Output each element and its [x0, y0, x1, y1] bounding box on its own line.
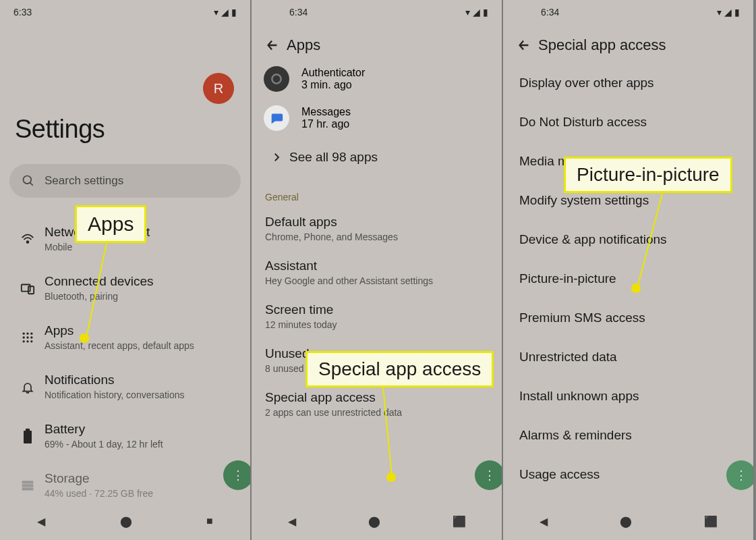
status-time: 6:33 — [13, 7, 211, 18]
bell-icon — [15, 379, 40, 394]
svg-point-13 — [30, 340, 32, 342]
svg-rect-18 — [22, 487, 34, 490]
item-premium-sms[interactable]: Premium SMS access — [503, 298, 753, 338]
item-special-app-access[interactable]: Special app access2 apps can use unrestr… — [252, 382, 502, 426]
header-title: Special app access — [538, 36, 666, 54]
svg-point-7 — [30, 332, 32, 334]
devices-icon — [15, 281, 40, 296]
svg-point-2 — [27, 241, 29, 243]
see-all-apps[interactable]: See all 98 apps — [252, 138, 502, 177]
fab-button[interactable]: ⋮ — [726, 460, 755, 490]
svg-rect-15 — [24, 431, 32, 443]
nav-overview[interactable]: ⬛ — [704, 515, 718, 528]
item-display-over-apps[interactable]: Display over other apps — [503, 63, 753, 103]
nav-home[interactable]: ⬤ — [368, 515, 380, 528]
section-general: General — [252, 177, 502, 207]
svg-rect-17 — [22, 484, 34, 487]
status-bar: 6:34 ▾◢▮ — [252, 0, 502, 24]
nav-home[interactable]: ⬤ — [620, 515, 632, 528]
item-unrestricted-data[interactable]: Unrestricted data — [503, 338, 753, 377]
nav-bar: ◀ ⬤ ⬛ — [503, 502, 753, 540]
highlight-dot — [80, 333, 89, 343]
avatar[interactable]: R — [203, 73, 234, 104]
nav-back[interactable]: ◀ — [37, 515, 45, 528]
recent-app-messages[interactable]: Messages17 hr. ago — [252, 99, 502, 138]
svg-point-8 — [23, 336, 25, 338]
item-screen-time[interactable]: Screen time12 minutes today — [252, 294, 502, 338]
back-button[interactable] — [510, 38, 538, 53]
fab-button[interactable]: ⋮ — [223, 460, 252, 490]
search-icon — [22, 174, 35, 188]
authenticator-icon — [264, 66, 289, 92]
status-time: 6:34 — [517, 7, 714, 18]
status-time: 6:34 — [265, 7, 463, 18]
callout-special-app-access: Special app access — [306, 351, 494, 387]
fab-button[interactable]: ⋮ — [475, 460, 503, 490]
nav-overview[interactable]: ■ — [206, 515, 213, 527]
search-input[interactable]: Search settings — [9, 164, 241, 198]
item-install-unknown[interactable]: Install unknown apps — [503, 377, 753, 416]
nav-back[interactable]: ◀ — [288, 515, 296, 528]
app-bar: Special app access — [503, 24, 753, 63]
item-default-apps[interactable]: Default appsChrome, Phone, and Messages — [252, 207, 502, 250]
search-placeholder: Search settings — [45, 174, 123, 188]
item-device-notifications[interactable]: Device & app notifications — [503, 220, 753, 259]
nav-overview[interactable]: ⬛ — [453, 515, 466, 528]
settings-item-apps[interactable]: AppsAssistant, recent apps, default apps — [0, 313, 250, 362]
nav-bar: ◀ ⬤ ■ — [0, 502, 250, 540]
svg-rect-4 — [28, 286, 34, 294]
status-icons: ▾◢▮ — [463, 7, 488, 18]
status-icons: ▾◢▮ — [211, 7, 237, 18]
svg-line-1 — [30, 183, 33, 186]
settings-item-connected[interactable]: Connected devicesBluetooth, pairing — [0, 263, 250, 313]
wifi-icon — [15, 232, 40, 246]
svg-point-5 — [23, 332, 25, 334]
app-bar: Apps — [252, 24, 502, 63]
apps-icon — [15, 331, 40, 344]
svg-point-10 — [30, 336, 32, 338]
callout-apps: Apps — [75, 205, 146, 243]
settings-item-notifications[interactable]: NotificationsNotification history, conve… — [0, 362, 250, 411]
header-title: Apps — [287, 36, 320, 54]
item-assistant[interactable]: AssistantHey Google and other Assistant … — [252, 250, 502, 294]
chevron-right-icon — [264, 151, 289, 163]
callout-pip: Picture-in-picture — [564, 157, 732, 193]
svg-point-6 — [26, 332, 28, 334]
status-bar: 6:34 ▾◢▮ — [503, 0, 753, 24]
storage-icon — [15, 479, 40, 492]
highlight-dot — [631, 284, 641, 293]
svg-point-11 — [23, 340, 25, 342]
status-bar: 6:33 ▾◢▮ — [0, 0, 250, 24]
svg-point-0 — [24, 176, 32, 184]
item-usage-access[interactable]: Usage access — [503, 455, 753, 494]
svg-rect-16 — [22, 481, 34, 483]
messages-icon — [264, 105, 289, 131]
recent-app-authenticator[interactable]: Authenticator3 min. ago — [252, 59, 502, 99]
status-icons: ▾◢▮ — [714, 7, 740, 18]
settings-item-battery[interactable]: Battery69% - About 1 day, 12 hr left — [0, 411, 250, 460]
svg-point-9 — [26, 336, 28, 338]
svg-point-12 — [26, 340, 28, 342]
svg-rect-14 — [26, 429, 30, 431]
item-alarms-reminders[interactable]: Alarms & reminders — [503, 416, 753, 455]
nav-back[interactable]: ◀ — [540, 515, 548, 528]
highlight-dot — [386, 473, 396, 482]
svg-point-20 — [272, 74, 281, 83]
item-dnd-access[interactable]: Do Not Disturb access — [503, 103, 753, 142]
nav-bar: ◀ ⬤ ⬛ — [252, 502, 502, 540]
item-picture-in-picture[interactable]: Picture-in-picture — [503, 259, 753, 298]
back-button[interactable] — [258, 38, 287, 53]
nav-home[interactable]: ⬤ — [120, 515, 132, 528]
battery-icon — [15, 429, 40, 443]
